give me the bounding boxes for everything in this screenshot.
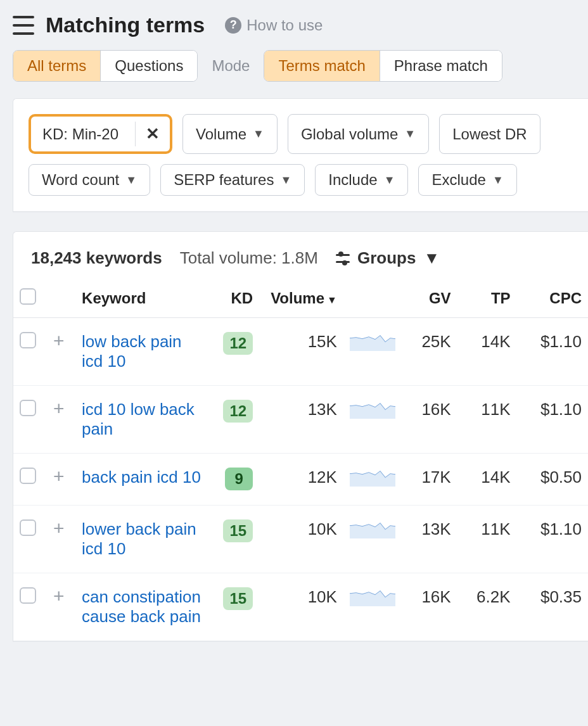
filter-chip-kd-label: KD: Min-20 bbox=[42, 125, 129, 143]
col-cpc[interactable]: CPC bbox=[517, 279, 588, 318]
close-icon[interactable]: ✕ bbox=[135, 122, 170, 146]
expand-icon[interactable]: + bbox=[53, 521, 70, 537]
expand-icon[interactable]: + bbox=[53, 333, 70, 350]
tab-phrase-match[interactable]: Phrase match bbox=[380, 51, 502, 81]
keyword-link[interactable]: icd 10 low back pain bbox=[82, 400, 195, 438]
chevron-down-icon: ▼ bbox=[125, 174, 137, 187]
cell-tp: 11K bbox=[457, 386, 517, 454]
filter-chip-lowest-dr[interactable]: Lowest DR bbox=[439, 114, 540, 154]
filter-chip-kd-active[interactable]: KD: Min-20 ✕ bbox=[29, 114, 172, 154]
groups-label: Groups bbox=[357, 248, 416, 268]
menu-icon[interactable] bbox=[13, 16, 34, 35]
expand-icon[interactable]: + bbox=[53, 401, 70, 417]
cell-volume: 10K bbox=[259, 506, 343, 573]
cell-volume: 12K bbox=[259, 454, 343, 506]
filter-chip-global-volume[interactable]: Global volume ▼ bbox=[288, 114, 429, 154]
how-to-use-link[interactable]: ? How to use bbox=[225, 16, 323, 34]
filter-chip-serp-features[interactable]: SERP features ▼ bbox=[160, 164, 305, 196]
tab-questions[interactable]: Questions bbox=[100, 51, 197, 81]
results-panel: 18,243 keywords Total volume: 1.8M Group… bbox=[13, 231, 588, 642]
cell-tp: 14K bbox=[457, 318, 517, 386]
cell-gv: 17K bbox=[398, 454, 457, 506]
row-checkbox[interactable] bbox=[20, 468, 36, 484]
kd-badge: 12 bbox=[223, 400, 253, 423]
table-row: +back pain icd 10912K17K14K$0.50 bbox=[13, 454, 588, 506]
cell-gv: 13K bbox=[398, 506, 457, 573]
keyword-count: 18,243 keywords bbox=[31, 248, 162, 268]
filter-chip-include[interactable]: Include ▼ bbox=[315, 164, 408, 196]
chevron-down-icon: ▼ bbox=[384, 174, 395, 187]
filter-chip-volume[interactable]: Volume ▼ bbox=[182, 114, 278, 154]
how-to-use-label: How to use bbox=[246, 16, 323, 34]
row-checkbox[interactable] bbox=[20, 587, 36, 604]
sliders-icon bbox=[336, 252, 350, 265]
expand-icon[interactable]: + bbox=[53, 469, 70, 485]
cell-volume: 15K bbox=[259, 318, 343, 386]
col-gv[interactable]: GV bbox=[398, 279, 457, 318]
groups-toggle[interactable]: Groups ▼ bbox=[336, 248, 440, 268]
tabs-row: All terms Questions Mode Terms match Phr… bbox=[0, 45, 588, 98]
sort-desc-icon: ▼ bbox=[327, 295, 337, 305]
cell-tp: 14K bbox=[457, 454, 517, 506]
filter-chip-exclude[interactable]: Exclude ▼ bbox=[418, 164, 516, 196]
table-row: +low back pain icd 101215K25K14K$1.10 bbox=[13, 318, 588, 386]
col-kd[interactable]: KD bbox=[212, 279, 260, 318]
trend-sparkline bbox=[350, 332, 395, 351]
keyword-link[interactable]: lower back pain icd 10 bbox=[82, 519, 196, 558]
tab-terms-match[interactable]: Terms match bbox=[264, 51, 379, 81]
cell-tp: 6.2K bbox=[457, 573, 517, 641]
kd-badge: 15 bbox=[223, 519, 253, 542]
cell-gv: 16K bbox=[398, 573, 457, 641]
select-all-checkbox[interactable] bbox=[20, 288, 36, 305]
row-checkbox[interactable] bbox=[20, 332, 36, 348]
kd-badge: 15 bbox=[223, 587, 253, 610]
row-checkbox[interactable] bbox=[20, 400, 36, 416]
total-volume: Total volume: 1.8M bbox=[180, 248, 318, 268]
mode-label: Mode bbox=[212, 57, 250, 75]
table-row: +lower back pain icd 101510K13K11K$1.10 bbox=[13, 506, 588, 573]
page-title: Matching terms bbox=[46, 13, 205, 37]
chevron-down-icon: ▼ bbox=[423, 248, 440, 268]
kd-badge: 12 bbox=[223, 332, 253, 355]
page-header: Matching terms ? How to use bbox=[0, 0, 588, 45]
spacer bbox=[0, 212, 588, 231]
chevron-down-icon: ▼ bbox=[404, 127, 416, 141]
cell-volume: 13K bbox=[259, 386, 343, 454]
keyword-link[interactable]: can constipation cause back pain bbox=[82, 587, 201, 626]
keyword-link[interactable]: low back pain icd 10 bbox=[82, 332, 182, 371]
tab-all-terms[interactable]: All terms bbox=[13, 51, 100, 81]
mode-segmented: Terms match Phrase match bbox=[264, 50, 502, 82]
cell-gv: 16K bbox=[398, 386, 457, 454]
cell-tp: 11K bbox=[457, 506, 517, 573]
help-icon: ? bbox=[225, 17, 241, 34]
table-header-row: Keyword KD Volume▼ GV TP CPC bbox=[13, 279, 588, 318]
filters-panel: KD: Min-20 ✕ Volume ▼ Global volume ▼ Lo… bbox=[13, 98, 588, 212]
keywords-table: Keyword KD Volume▼ GV TP CPC +low back p… bbox=[13, 279, 588, 641]
cell-gv: 25K bbox=[398, 318, 457, 386]
cell-cpc: $1.10 bbox=[517, 386, 588, 454]
cell-cpc: $0.35 bbox=[517, 573, 588, 641]
trend-sparkline bbox=[350, 587, 395, 606]
cell-cpc: $1.10 bbox=[517, 318, 588, 386]
filters-bar: KD: Min-20 ✕ Volume ▼ Global volume ▼ Lo… bbox=[13, 99, 588, 212]
col-tp[interactable]: TP bbox=[457, 279, 517, 318]
table-row: +can constipation cause back pain1510K16… bbox=[13, 573, 588, 641]
cell-cpc: $0.50 bbox=[517, 454, 588, 506]
type-segmented: All terms Questions bbox=[13, 50, 198, 82]
chevron-down-icon: ▼ bbox=[253, 127, 264, 141]
col-volume[interactable]: Volume▼ bbox=[259, 279, 343, 318]
trend-sparkline bbox=[350, 468, 395, 487]
cell-cpc: $1.10 bbox=[517, 506, 588, 573]
chevron-down-icon: ▼ bbox=[280, 174, 291, 187]
table-row: +icd 10 low back pain1213K16K11K$1.10 bbox=[13, 386, 588, 454]
trend-sparkline bbox=[350, 519, 395, 538]
filter-chip-word-count[interactable]: Word count ▼ bbox=[29, 164, 150, 196]
summary-row: 18,243 keywords Total volume: 1.8M Group… bbox=[13, 232, 588, 279]
expand-icon[interactable]: + bbox=[53, 589, 70, 605]
col-keyword[interactable]: Keyword bbox=[75, 279, 211, 318]
row-checkbox[interactable] bbox=[20, 519, 36, 536]
cell-volume: 10K bbox=[259, 573, 343, 641]
chevron-down-icon: ▼ bbox=[492, 174, 504, 187]
kd-badge: 9 bbox=[225, 468, 253, 490]
keyword-link[interactable]: back pain icd 10 bbox=[82, 468, 201, 487]
